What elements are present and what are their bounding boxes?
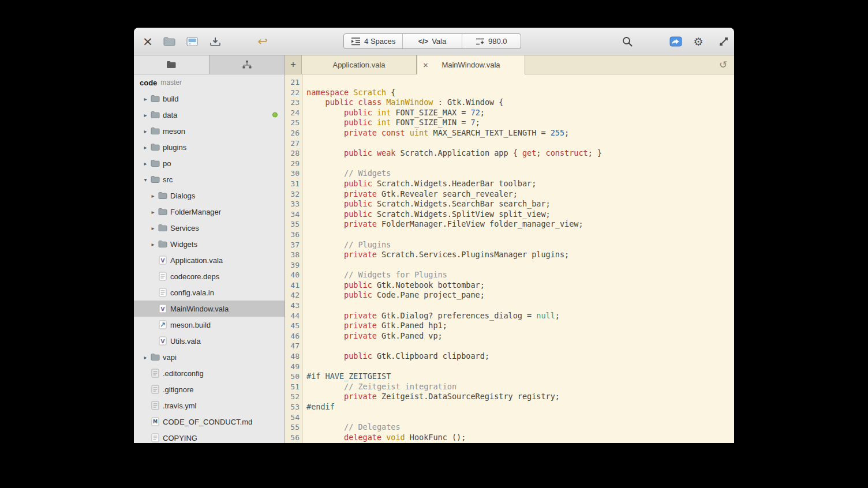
fullscreen-button[interactable]: [714, 32, 733, 51]
triangle-right-icon[interactable]: ▸: [148, 193, 158, 199]
tree-item-services[interactable]: ▸Services: [134, 220, 285, 236]
code-line-24[interactable]: public int FONT_SIZE_MAX = 72;: [306, 108, 734, 118]
settings-button[interactable]: ⚙: [689, 32, 708, 51]
code-editor[interactable]: namespace Scratch { public class MainWin…: [303, 74, 734, 443]
search-button[interactable]: [618, 32, 637, 51]
triangle-right-icon[interactable]: ▸: [141, 128, 150, 134]
code-line-28[interactable]: public weak Scratch.Application app { ge…: [306, 148, 734, 159]
code-line-55[interactable]: // Delegates: [306, 422, 734, 433]
code-line-51[interactable]: // Zeitgeist integration: [306, 382, 734, 392]
code-line-26[interactable]: private const uint MAX_SEARCH_TEXT_LENGT…: [306, 128, 734, 138]
code-line-43[interactable]: [306, 301, 734, 311]
code-line-49[interactable]: [306, 362, 734, 372]
folder-icon: [158, 191, 167, 200]
code-line-22[interactable]: namespace Scratch {: [306, 88, 734, 98]
tree-item-label: COPYING: [163, 434, 197, 442]
code-line-37[interactable]: // Plugins: [306, 240, 734, 250]
language-button[interactable]: </> Vala: [402, 34, 461, 48]
code-line-38[interactable]: private Scratch.Services.PluginsManager …: [306, 250, 734, 260]
triangle-right-icon[interactable]: ▸: [148, 241, 158, 247]
sidebar-tab-outline[interactable]: [209, 55, 285, 74]
tree-item--travis-yml[interactable]: .travis.yml: [134, 397, 285, 414]
share-button[interactable]: [667, 32, 685, 51]
code-line-45[interactable]: private Gtk.Paned hp1;: [306, 321, 734, 331]
code-line-35[interactable]: private FolderManager.FileView folder_ma…: [306, 219, 734, 230]
tree-item-data[interactable]: ▸data: [134, 107, 285, 123]
templates-button[interactable]: [183, 32, 201, 51]
code-line-21[interactable]: [306, 77, 734, 88]
line-number: 23: [285, 97, 302, 108]
triangle-down-icon[interactable]: ▾: [141, 177, 150, 183]
tree-item--gitignore[interactable]: .gitignore: [134, 381, 285, 397]
code-line-29[interactable]: [306, 159, 734, 169]
tree-item-config-vala-in[interactable]: config.vala.in: [134, 284, 285, 301]
tree-item-utils-vala[interactable]: VUtils.vala: [134, 333, 285, 349]
code-line-42[interactable]: public Code.Pane project_pane;: [306, 290, 734, 301]
goto-line-button[interactable]: 980.0: [462, 34, 521, 48]
project-name: code: [140, 78, 157, 87]
history-button[interactable]: ↺: [716, 55, 731, 74]
undo-button[interactable]: ↩: [253, 32, 272, 51]
triangle-right-icon[interactable]: ▸: [148, 225, 158, 231]
triangle-right-icon[interactable]: ▸: [141, 354, 150, 361]
code-line-41[interactable]: public Gtk.Notebook bottombar;: [306, 280, 734, 291]
triangle-right-icon[interactable]: ▸: [141, 96, 150, 102]
code-line-52[interactable]: private Zeitgeist.DataSourceRegistry reg…: [306, 392, 734, 402]
code-line-34[interactable]: public Scratch.Widgets.SplitView split_v…: [306, 209, 734, 220]
code-line-53[interactable]: #endif: [306, 402, 734, 412]
code-line-36[interactable]: [306, 230, 734, 240]
tree-item-dialogs[interactable]: ▸Dialogs: [134, 187, 285, 204]
line-number: 24: [285, 108, 302, 118]
tab-close-icon[interactable]: ×: [423, 62, 428, 69]
triangle-right-icon[interactable]: ▸: [141, 160, 150, 167]
folder-icon: [150, 110, 160, 119]
code-icon: </>: [418, 37, 428, 46]
code-line-40[interactable]: // Widgets for Plugins: [306, 270, 734, 280]
tree-item-meson-build[interactable]: meson.build: [134, 317, 285, 333]
tree-item-widgets[interactable]: ▸Widgets: [134, 236, 285, 252]
close-button[interactable]: ×: [139, 32, 157, 51]
code-line-44[interactable]: private Gtk.Dialog? preferences_dialog =…: [306, 311, 734, 321]
tree-item-build[interactable]: ▸build: [134, 91, 285, 107]
tree-item-codecore-deps[interactable]: codecore.deps: [134, 268, 285, 284]
tree-item-copying[interactable]: COPYING: [134, 430, 285, 443]
folder-icon: [150, 352, 160, 362]
tree-item-po[interactable]: ▸po: [134, 155, 285, 171]
triangle-right-icon[interactable]: ▸: [141, 144, 150, 151]
code-line-32[interactable]: private Gtk.Revealer search_revealer;: [306, 189, 734, 200]
editor-pane: + Application.vala×MainWindow.vala ↺ 212…: [285, 55, 734, 443]
open-button[interactable]: [160, 32, 179, 51]
project-header[interactable]: code master: [134, 74, 285, 91]
new-tab-button[interactable]: +: [285, 55, 301, 74]
code-line-25[interactable]: public int FONT_SIZE_MIN = 7;: [306, 118, 734, 128]
sidebar-tab-files[interactable]: [134, 55, 209, 74]
tree-item--editorconfig[interactable]: .editorconfig: [134, 365, 285, 381]
code-line-56[interactable]: delegate void HookFunc ();: [306, 433, 734, 443]
code-line-23[interactable]: public class MainWindow : Gtk.Window {: [306, 97, 734, 108]
editor-tab-mainwindow-vala[interactable]: ×MainWindow.vala: [417, 55, 525, 74]
tree-item-src[interactable]: ▾src: [134, 171, 285, 187]
code-line-46[interactable]: private Gtk.Paned vp;: [306, 331, 734, 341]
code-line-27[interactable]: [306, 138, 734, 149]
code-line-47[interactable]: [306, 341, 734, 351]
tree-item-vapi[interactable]: ▸vapi: [134, 349, 285, 365]
indent-width-button[interactable]: 4 Spaces: [344, 34, 402, 48]
tree-item-code-of-conduct-md[interactable]: MCODE_OF_CONDUCT.md: [134, 414, 285, 430]
tree-item-application-vala[interactable]: VApplication.vala: [134, 252, 285, 268]
tree-item-mainwindow-vala[interactable]: VMainWindow.vala: [134, 301, 285, 317]
code-line-39[interactable]: [306, 260, 734, 271]
triangle-right-icon[interactable]: ▸: [141, 112, 150, 118]
save-button[interactable]: [206, 32, 225, 51]
code-line-33[interactable]: public Scratch.Widgets.SearchBar search_…: [306, 199, 734, 209]
tree-item-foldermanager[interactable]: ▸FolderManager: [134, 204, 285, 220]
triangle-right-icon[interactable]: ▸: [148, 209, 158, 215]
tree-item-plugins[interactable]: ▸plugins: [134, 139, 285, 155]
code-line-50[interactable]: #if HAVE_ZEITGEIST: [306, 371, 734, 382]
line-number: 31: [285, 179, 302, 189]
code-line-30[interactable]: // Widgets: [306, 168, 734, 179]
code-line-48[interactable]: public Gtk.Clipboard clipboard;: [306, 351, 734, 362]
code-line-54[interactable]: [306, 412, 734, 423]
tree-item-meson[interactable]: ▸meson: [134, 123, 285, 139]
editor-tab-application-vala[interactable]: Application.vala: [301, 55, 417, 74]
code-line-31[interactable]: public Scratch.Widgets.HeaderBar toolbar…: [306, 179, 734, 189]
